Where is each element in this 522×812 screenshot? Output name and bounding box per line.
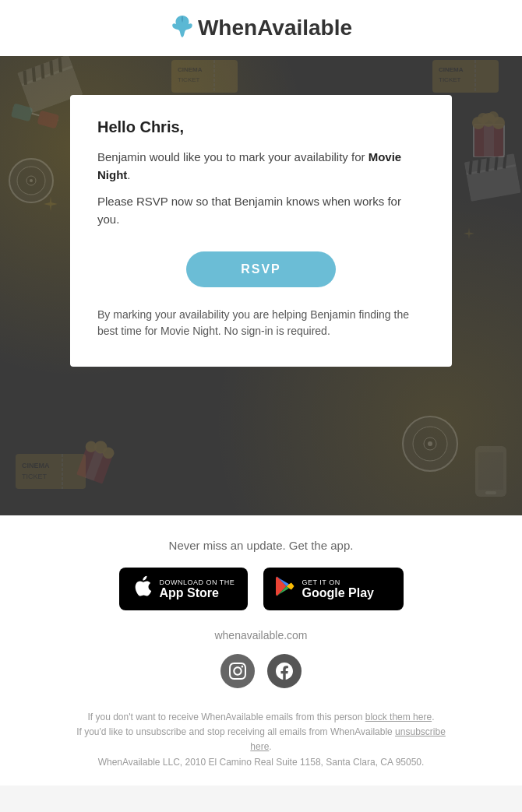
- decor-ticket-2: CINEMA TICKET: [432, 60, 499, 96]
- svg-text:CINEMA: CINEMA: [178, 66, 203, 73]
- legal-line2-prefix: If you'd like to unsubscribe and stop re…: [76, 726, 395, 737]
- svg-rect-23: [11, 104, 34, 122]
- google-play-big-text: Google Play: [302, 586, 374, 600]
- instagram-button[interactable]: [220, 654, 255, 688]
- content-card: Hello Chris, Benjamin would like you to …: [70, 95, 452, 367]
- body-paragraph-2: Please RSVP now so that Benjamin knows w…: [97, 193, 425, 228]
- legal-line1-prefix: If you don't want to receive WhenAvailab…: [88, 712, 365, 722]
- footer-note: By marking your availability you are hel…: [97, 307, 425, 339]
- facebook-button[interactable]: [267, 654, 302, 688]
- svg-rect-45: [485, 491, 496, 494]
- svg-rect-44: [478, 452, 503, 490]
- get-app-text: Never miss an update. Get the app.: [16, 539, 506, 552]
- rsvp-wrapper: RSVP: [97, 251, 425, 287]
- decor-clapboard-2: [464, 153, 522, 205]
- instagram-icon: [229, 663, 246, 680]
- svg-text:TICKET: TICKET: [439, 76, 461, 83]
- svg-text:CINEMA: CINEMA: [22, 462, 50, 469]
- app-store-big-text: App Store: [160, 586, 219, 600]
- website-link: whenavailable.com: [16, 629, 506, 642]
- legal-text: If you don't want to receive WhenAvailab…: [66, 710, 456, 770]
- logo-bird-icon: [170, 14, 195, 42]
- svg-text:TICKET: TICKET: [22, 473, 48, 480]
- decor-mobile-1: [475, 446, 506, 500]
- greeting-text: Hello Chris,: [97, 118, 425, 136]
- logo: WhenAvailable: [170, 14, 352, 42]
- svg-point-31: [30, 179, 33, 182]
- app-buttons-container: Download on the App Store GET IT ON Goog…: [16, 568, 506, 610]
- decor-star-2: [463, 227, 475, 243]
- google-play-texts: GET IT ON Google Play: [302, 578, 374, 600]
- body-prefix: Benjamin would like you to mark your ava…: [97, 150, 369, 163]
- svg-rect-24: [37, 111, 60, 129]
- bottom-section: Never miss an update. Get the app. Downl…: [0, 515, 522, 786]
- svg-point-22: [488, 111, 499, 122]
- google-play-icon: [276, 576, 295, 602]
- apple-icon: [132, 575, 152, 603]
- svg-text:TICKET: TICKET: [178, 76, 200, 83]
- legal-line2-end: .: [269, 741, 271, 752]
- facebook-icon: [276, 663, 293, 680]
- header: WhenAvailable: [0, 0, 522, 56]
- svg-rect-17: [484, 125, 494, 157]
- decor-cd-2: [401, 415, 460, 476]
- google-play-button[interactable]: GET IT ON Google Play: [263, 568, 404, 610]
- svg-text:CINEMA: CINEMA: [439, 66, 464, 73]
- social-icons-container: [16, 654, 506, 688]
- google-play-small-text: GET IT ON: [302, 578, 340, 586]
- legal-line1-end: .: [432, 712, 434, 722]
- app-store-button[interactable]: Download on the App Store: [119, 568, 248, 610]
- app-store-texts: Download on the App Store: [160, 578, 235, 600]
- banner-section: CINEMA TICKET CINEMA TICKET: [0, 56, 522, 515]
- decor-star-1: [43, 196, 58, 215]
- decor-ticket-1: CINEMA TICKET: [171, 60, 238, 96]
- decor-popcorn-1: [467, 103, 510, 160]
- svg-point-49: [428, 441, 432, 446]
- body-paragraph-1: Benjamin would like you to mark your ava…: [97, 149, 425, 184]
- rsvp-button[interactable]: RSVP: [186, 251, 336, 287]
- svg-line-25: [32, 114, 40, 116]
- address: WhenAvailable LLC, 2010 El Camino Real S…: [98, 757, 425, 768]
- svg-point-21: [478, 113, 488, 124]
- block-link[interactable]: block them here: [365, 712, 432, 722]
- logo-text: WhenAvailable: [198, 16, 352, 40]
- app-store-small-text: Download on the: [160, 578, 235, 586]
- body-suffix: .: [127, 168, 130, 181]
